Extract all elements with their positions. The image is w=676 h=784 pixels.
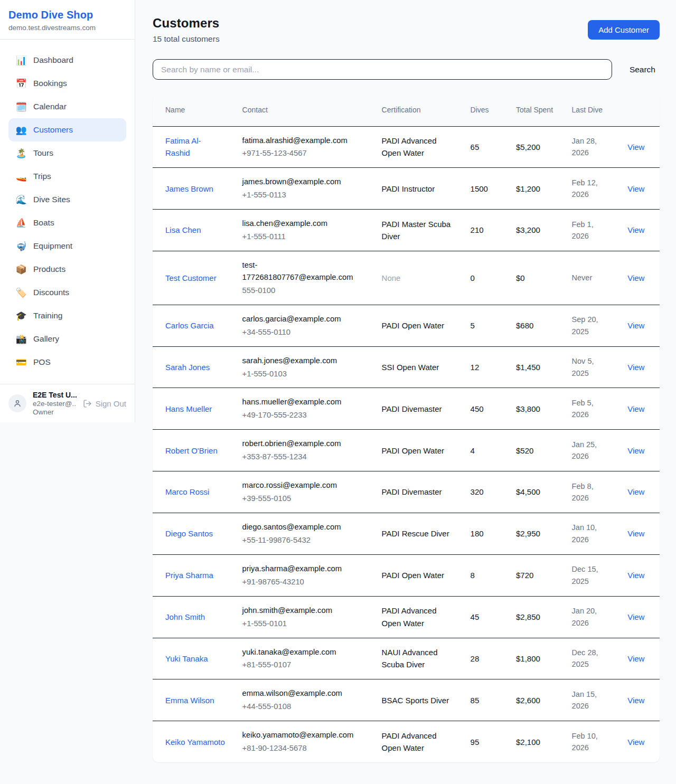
customer-email: diego.santos@example.com [242, 521, 365, 533]
sidebar-item-products[interactable]: 📦 Products [8, 258, 126, 281]
customer-dives: 12 [462, 346, 508, 388]
customer-contact: keiko.yamamoto@example.com +81-90-1234-5… [234, 721, 373, 762]
customer-contact: fatima.alrashid@example.com +971-55-123-… [234, 126, 373, 168]
table-row: Carlos Garcia carlos.garcia@example.com … [153, 305, 660, 346]
customer-last-dive: Feb 10, 2026 [564, 721, 619, 762]
customer-name-link[interactable]: Diego Santos [165, 529, 213, 538]
search-button[interactable]: Search [625, 65, 660, 74]
customer-dives: 95 [462, 721, 508, 762]
customer-name-link[interactable]: Carlos Garcia [165, 321, 214, 330]
view-link[interactable]: View [627, 487, 644, 496]
view-link[interactable]: View [627, 363, 644, 372]
customer-total-spent: $2,850 [508, 596, 564, 638]
table-row: Lisa Chen lisa.chen@example.com +1-555-0… [153, 210, 660, 251]
view-link[interactable]: View [627, 571, 644, 580]
view-link[interactable]: View [627, 225, 644, 234]
tag-icon: 🏷️ [15, 288, 27, 297]
customer-certification: PADI Advanced Open Water [373, 721, 462, 762]
sidebar-item-discounts[interactable]: 🏷️ Discounts [8, 281, 126, 304]
customer-name-link[interactable]: Priya Sharma [165, 571, 213, 580]
sidebar-item-calendar[interactable]: 🗓️ Calendar [8, 95, 126, 118]
view-link[interactable]: View [627, 654, 644, 663]
customer-dives: 5 [462, 305, 508, 346]
view-link[interactable]: View [627, 612, 644, 621]
customer-phone: +353-87-555-1234 [242, 451, 365, 463]
customer-total-spent: $680 [508, 305, 564, 346]
view-link[interactable]: View [627, 738, 644, 747]
customer-email: fatima.alrashid@example.com [242, 135, 365, 147]
customer-dives: 180 [462, 513, 508, 555]
brand-block: Demo Dive Shop demo.test.divestreams.com [0, 0, 135, 40]
customer-name-link[interactable]: John Smith [165, 612, 205, 621]
column-header: Name [153, 93, 234, 126]
logout-icon [83, 399, 92, 408]
view-link[interactable]: View [627, 696, 644, 705]
customer-name-link[interactable]: Marco Rossi [165, 487, 209, 496]
customer-last-dive: Jan 25, 2026 [564, 430, 619, 471]
sidebar: Demo Dive Shop demo.test.divestreams.com… [0, 0, 135, 422]
view-link[interactable]: View [627, 529, 644, 538]
customer-email: marco.rossi@example.com [242, 479, 365, 492]
view-link[interactable]: View [627, 184, 644, 193]
customer-dives: 8 [462, 554, 508, 596]
sidebar-item-boats[interactable]: ⛵ Boats [8, 211, 126, 234]
diving-mask-icon: 🤿 [15, 242, 27, 251]
brand-domain: demo.test.divestreams.com [8, 24, 126, 32]
table-row: John Smith john.smith@example.com +1-555… [153, 596, 660, 638]
customer-total-spent: $2,600 [508, 679, 564, 721]
sidebar-item-gallery[interactable]: 📸 Gallery [8, 327, 126, 351]
customer-total-spent: $520 [508, 430, 564, 471]
customer-certification: PADI Advanced Open Water [373, 596, 462, 638]
customers-table: NameContactCertificationDivesTotal Spent… [153, 93, 660, 762]
sidebar-item-dive-sites[interactable]: 🌊 Dive Sites [8, 188, 126, 211]
customer-name-link[interactable]: Hans Mueller [165, 404, 212, 413]
search-input[interactable] [153, 59, 612, 80]
customer-dives: 210 [462, 210, 508, 251]
sidebar-user-section: E2E Test U... e2e-tester@... Owner Sign … [0, 384, 135, 422]
sidebar-item-dashboard[interactable]: 📊 Dashboard [8, 49, 126, 72]
customer-total-spent: $1,200 [508, 168, 564, 210]
sidebar-item-customers[interactable]: 👥 Customers [8, 118, 126, 141]
customer-total-spent: $4,500 [508, 471, 564, 513]
sidebar-item-training[interactable]: 🎓 Training [8, 304, 126, 327]
customer-total-spent: $720 [508, 554, 564, 596]
view-link[interactable]: View [627, 321, 644, 330]
customer-certification: BSAC Sports Diver [373, 679, 462, 721]
customer-last-dive: Dec 15, 2025 [564, 554, 619, 596]
customer-email: emma.wilson@example.com [242, 687, 365, 700]
sidebar-item-bookings[interactable]: 📅 Bookings [8, 72, 126, 95]
customer-name-link[interactable]: Sarah Jones [165, 363, 210, 372]
sidebar-item-tours[interactable]: 🏝️ Tours [8, 141, 126, 165]
view-link[interactable]: View [627, 446, 644, 455]
customer-phone: +34-555-0110 [242, 326, 365, 338]
sign-out-label: Sign Out [96, 399, 126, 408]
customer-certification: None [373, 251, 462, 305]
customer-contact: yuki.tanaka@example.com +81-555-0107 [234, 638, 373, 679]
customer-dives: 450 [462, 388, 508, 430]
add-customer-button[interactable]: Add Customer [588, 20, 660, 40]
sign-out-button[interactable]: Sign Out [83, 399, 126, 408]
customer-name-link[interactable]: Emma Wilson [165, 696, 214, 705]
view-link[interactable]: View [627, 143, 644, 152]
view-link[interactable]: View [627, 273, 644, 282]
customer-phone: +81-90-1234-5678 [242, 742, 365, 754]
user-meta: E2E Test U... e2e-tester@... Owner [33, 391, 77, 416]
customer-name-link[interactable]: Keiko Yamamoto [165, 738, 225, 747]
customer-name-link[interactable]: Yuki Tanaka [165, 654, 208, 663]
customer-last-dive: Jan 28, 2026 [564, 126, 619, 168]
customer-name-link[interactable]: Lisa Chen [165, 225, 201, 234]
customer-contact: test-1772681807767@example.com 555-0100 [234, 251, 373, 305]
sidebar-item-trips[interactable]: 🚤 Trips [8, 165, 126, 188]
customer-name-link[interactable]: Test Customer [165, 273, 217, 282]
customer-contact: carlos.garcia@example.com +34-555-0110 [234, 305, 373, 346]
sailboat-icon: ⛵ [15, 219, 27, 228]
sidebar-item-pos[interactable]: 💳 POS [8, 351, 126, 374]
customer-name-link[interactable]: Fatima Al-Rashid [165, 136, 201, 157]
customers-table-card: NameContactCertificationDivesTotal Spent… [153, 93, 660, 762]
customer-email: john.smith@example.com [242, 604, 365, 617]
sidebar-item-equipment[interactable]: 🤿 Equipment [8, 234, 126, 258]
customer-name-link[interactable]: Robert O'Brien [165, 446, 218, 455]
customer-name-link[interactable]: James Brown [165, 184, 213, 193]
customer-phone: +1-555-0113 [242, 189, 365, 201]
view-link[interactable]: View [627, 404, 644, 413]
